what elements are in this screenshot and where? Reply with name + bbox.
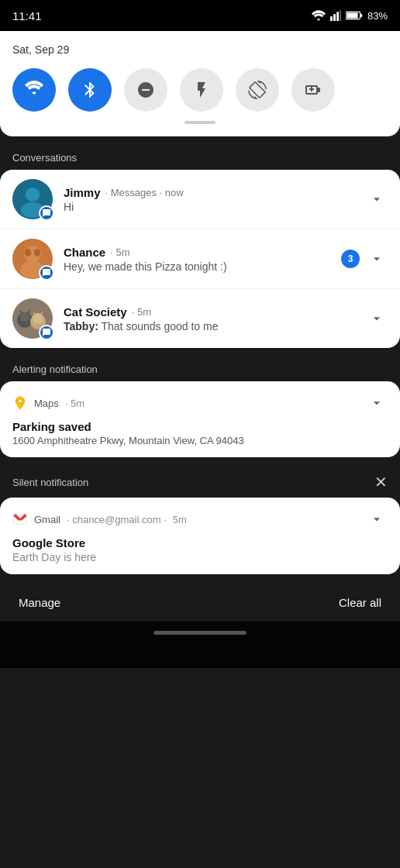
svg-rect-1: [333, 14, 336, 21]
conversations-label: Conversations: [0, 146, 400, 170]
conv-preview-sender: Tabby:: [64, 320, 98, 332]
conv-content-cat-society: Cat Society · 5m Tabby: That sounds good…: [64, 305, 355, 332]
conversation-chance[interactable]: Chance · 5m Hey, we made this Pizza toni…: [0, 229, 400, 289]
signal-icon: [330, 10, 341, 21]
svg-point-14: [25, 249, 31, 257]
expand-cat[interactable]: [366, 308, 388, 329]
gmail-icon: [12, 512, 28, 527]
svg-rect-6: [347, 13, 357, 19]
expand-maps[interactable]: [366, 392, 388, 414]
svg-rect-0: [330, 16, 333, 21]
gmail-title: Google Store: [12, 536, 388, 549]
silent-close-button[interactable]: ✕: [374, 473, 388, 491]
dnd-tile[interactable]: [124, 68, 167, 112]
gmail-notification[interactable]: Gmail · chance@gmail.com · 5m Google Sto…: [0, 498, 400, 574]
maps-notification[interactable]: Maps · 5m Parking saved 1600 Amphitheatr…: [0, 381, 400, 457]
conv-content-chance: Chance · 5m Hey, we made this Pizza toni…: [64, 246, 330, 273]
messages-badge-chance: [39, 265, 54, 281]
conv-name-chance: Chance: [64, 246, 105, 259]
gmail-email: · chance@gmail.com ·: [67, 514, 167, 525]
status-icons: 83%: [312, 10, 388, 22]
bluetooth-tile[interactable]: [68, 68, 112, 112]
battery-icon: [346, 11, 363, 20]
drag-handle: [184, 121, 216, 124]
quick-tiles-row: [12, 68, 388, 112]
svg-rect-2: [336, 12, 339, 21]
conversations-card: Jimmy · Messages · now Hi: [0, 170, 400, 348]
gmail-time: 5m: [173, 514, 187, 525]
svg-point-8: [26, 188, 40, 202]
silent-section-header: Silent notification ✕: [0, 467, 400, 498]
expand-jimmy[interactable]: [366, 188, 388, 210]
maps-body: 1600 Amphitheatre Pkwy, Mountain View, C…: [12, 435, 388, 446]
date-display: Sat, Sep 29: [12, 43, 388, 56]
status-time: 11:41: [12, 9, 42, 22]
conversation-cat-society[interactable]: Cat Society · 5m Tabby: That sounds good…: [0, 289, 400, 348]
svg-point-15: [34, 249, 40, 257]
svg-rect-3: [340, 10, 341, 21]
messages-badge-jimmy: [39, 205, 54, 221]
gmail-body: Earth Day is here: [12, 551, 388, 563]
maps-title: Parking saved: [12, 420, 388, 433]
alerting-label: Alerting notification: [0, 357, 400, 381]
battery-percent: 83%: [367, 10, 388, 22]
conv-preview-text: That sounds good to me: [102, 320, 219, 332]
avatar-jimmy: [12, 179, 53, 219]
gesture-bar: [0, 622, 400, 668]
avatar-cat-society: [12, 298, 53, 339]
maps-time: · 5m: [65, 398, 84, 409]
battery-saver-tile[interactable]: [291, 68, 335, 112]
conv-meta-chance: · 5m: [110, 246, 129, 258]
gmail-app-name: Gmail: [34, 514, 60, 525]
rotate-tile[interactable]: [236, 68, 279, 112]
wifi-tile[interactable]: [12, 68, 56, 112]
conv-content-jimmy: Jimmy · Messages · now Hi: [64, 186, 355, 213]
expand-gmail[interactable]: [366, 508, 388, 530]
expand-chance[interactable]: [366, 248, 388, 270]
silent-label: Silent notification: [12, 477, 88, 488]
maps-app-info: Maps · 5m: [12, 395, 84, 411]
unread-count-chance: 3: [341, 250, 360, 268]
clear-all-button[interactable]: Clear all: [339, 596, 381, 609]
svg-rect-5: [360, 14, 362, 17]
conversation-jimmy[interactable]: Jimmy · Messages · now Hi: [0, 170, 400, 229]
conv-preview-jimmy: Hi: [64, 201, 355, 213]
quick-settings-panel: Sat, Sep 29: [0, 31, 400, 136]
gmail-app-info: Gmail · chance@gmail.com · 5m: [12, 512, 187, 527]
bottom-action-bar: Manage Clear all: [0, 584, 400, 622]
conv-name-jimmy: Jimmy: [64, 186, 101, 199]
conv-preview-cat: Tabby: That sounds good to me: [64, 320, 355, 332]
conv-actions-chance: 3: [341, 248, 388, 270]
conv-meta-jimmy: · Messages · now: [105, 187, 184, 198]
conv-preview-chance: Hey, we made this Pizza tonight :): [64, 260, 330, 273]
conv-name-cat: Cat Society: [64, 305, 127, 319]
wifi-icon: [312, 10, 326, 21]
svg-point-18: [20, 312, 29, 322]
maps-app-name: Maps: [34, 398, 59, 409]
avatar-chance: [12, 239, 53, 279]
manage-button[interactable]: Manage: [19, 596, 60, 609]
gesture-pill: [153, 631, 247, 635]
status-bar: 11:41 83%: [0, 0, 400, 31]
messages-badge-cat: [39, 325, 54, 340]
flashlight-tile[interactable]: [180, 68, 223, 112]
maps-icon: [12, 395, 28, 411]
conv-meta-cat: · 5m: [132, 306, 151, 318]
